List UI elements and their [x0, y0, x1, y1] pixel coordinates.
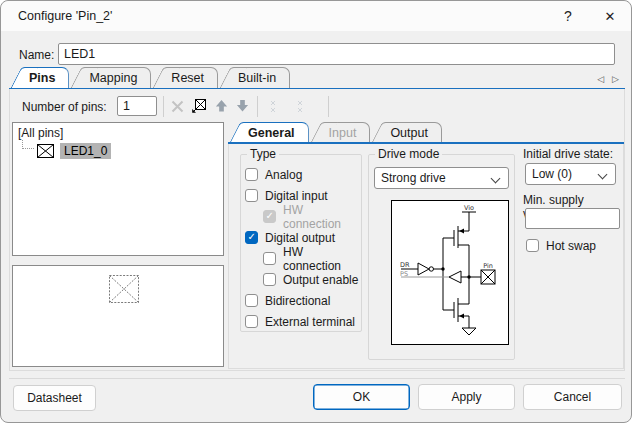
- bottom-separator: [9, 378, 625, 379]
- add-pin-icon: [191, 98, 207, 114]
- schematic-dr-label: DR: [400, 261, 410, 269]
- cancel-button[interactable]: Cancel: [523, 384, 622, 410]
- toolbar-separator: [328, 96, 329, 117]
- pin-config-panel: General Input Output Type Analog: [228, 122, 624, 369]
- schematic-pin-label: Pin: [483, 262, 493, 270]
- add-pin-button[interactable]: [189, 95, 209, 117]
- pins-tab-page: Number of pins: 1: [9, 89, 625, 371]
- tab-scroll-left-icon[interactable]: ◁: [597, 74, 604, 84]
- number-of-pins-input[interactable]: 1: [117, 96, 157, 116]
- drive-mode-select[interactable]: Strong drive: [374, 167, 509, 189]
- checkbox-external-terminal[interactable]: External terminal: [245, 311, 361, 332]
- pin-preview-icon: [109, 275, 139, 303]
- checkbox-box: [245, 189, 258, 202]
- checkbox-box: [263, 210, 276, 223]
- chevron-down-icon: [491, 174, 501, 184]
- ok-button[interactable]: OK: [313, 384, 410, 410]
- checkbox-analog[interactable]: Analog: [245, 164, 361, 185]
- inner-tabstrip: General Input Output: [228, 122, 624, 144]
- pin-tree-root[interactable]: [All pins]: [13, 123, 223, 140]
- dialog-title: Configure 'Pin_2': [1, 9, 112, 23]
- delete-pin-button[interactable]: [167, 95, 187, 117]
- tab-pins[interactable]: Pins: [24, 67, 69, 88]
- close-icon[interactable]: ✕: [589, 1, 631, 31]
- help-button[interactable]: ?: [547, 1, 589, 31]
- toolbar-separator: [257, 96, 258, 117]
- move-pin-up-button[interactable]: [211, 95, 231, 117]
- drive-mode-groupbox: Drive mode Strong drive: [368, 154, 515, 360]
- chevron-down-icon: [598, 170, 608, 180]
- number-of-pins-label: Number of pins:: [22, 100, 107, 114]
- checkbox-box: [263, 273, 276, 286]
- datasheet-button[interactable]: Datasheet: [13, 385, 96, 411]
- tab-scroll-right-icon[interactable]: ▷: [612, 74, 619, 84]
- pin-tree-item[interactable]: LED1_0: [22, 143, 223, 159]
- pin-tree-item-label: LED1_0: [60, 143, 111, 159]
- sync-pins-b-button[interactable]: [291, 95, 311, 117]
- checkbox-output-enable[interactable]: Output enable: [245, 269, 361, 290]
- checkbox-box: [245, 315, 258, 328]
- name-input[interactable]: LED1: [58, 43, 615, 65]
- configure-pin-dialog: Configure 'Pin_2' ? ✕ Name: LED1 Pins Ma…: [0, 0, 632, 423]
- tree-connector: [22, 140, 34, 149]
- name-input-value: LED1: [64, 47, 95, 61]
- sync-pins-a-button[interactable]: [264, 95, 284, 117]
- sync-pins-icon: [295, 99, 308, 114]
- delete-x-icon: [171, 100, 184, 113]
- checkbox-box: [245, 168, 258, 181]
- checkbox-bidirectional[interactable]: Bidirectional: [245, 290, 361, 311]
- tab-output[interactable]: Output: [385, 122, 442, 142]
- min-supply-voltage-input[interactable]: [525, 208, 620, 229]
- apply-button[interactable]: Apply: [418, 384, 515, 410]
- sync-pins-icon: [268, 99, 281, 114]
- move-pin-down-button[interactable]: [232, 95, 252, 117]
- pin-icon: [37, 144, 54, 158]
- drive-mode-schematic: Vio DR PS Pin: [391, 200, 509, 345]
- tab-input[interactable]: Input: [324, 122, 371, 142]
- tab-mapping[interactable]: Mapping: [84, 67, 151, 88]
- initial-drive-state-label: Initial drive state:: [523, 147, 613, 161]
- pin-tree-panel: [All pins] LED1_0: [12, 122, 224, 256]
- drive-mode-group-title: Drive mode: [375, 147, 442, 161]
- checkbox-box: [526, 239, 539, 252]
- schematic-ps-label: PS: [400, 270, 408, 278]
- checkbox-box: [245, 231, 258, 244]
- arrow-down-icon: [235, 99, 250, 113]
- toolbar-separator: [163, 96, 164, 117]
- checkbox-hot-swap[interactable]: Hot swap: [526, 235, 596, 256]
- checkbox-box: [263, 252, 276, 265]
- checkbox-hw-connection-output[interactable]: HW connection: [245, 248, 361, 269]
- checkbox-box: [245, 294, 258, 307]
- schematic-vio-label: Vio: [464, 204, 474, 212]
- type-groupbox: Type Analog Digital input HW connecti: [240, 154, 362, 332]
- arrow-up-icon: [214, 99, 229, 113]
- pin-preview-panel: [12, 265, 224, 367]
- general-tab-page: Type Analog Digital input HW connecti: [228, 144, 624, 369]
- tab-built-in[interactable]: Built-in: [233, 67, 290, 88]
- main-tabstrip: Pins Mapping Reset Built-in ◁ ▷: [9, 67, 625, 90]
- initial-drive-state-select[interactable]: Low (0): [525, 163, 616, 185]
- checkbox-hw-connection-input: HW connection: [245, 206, 361, 227]
- type-group-title: Type: [247, 147, 279, 161]
- name-label: Name:: [19, 48, 54, 62]
- tab-general[interactable]: General: [243, 122, 309, 142]
- title-bar: Configure 'Pin_2' ? ✕: [1, 1, 631, 31]
- tab-reset[interactable]: Reset: [166, 67, 218, 88]
